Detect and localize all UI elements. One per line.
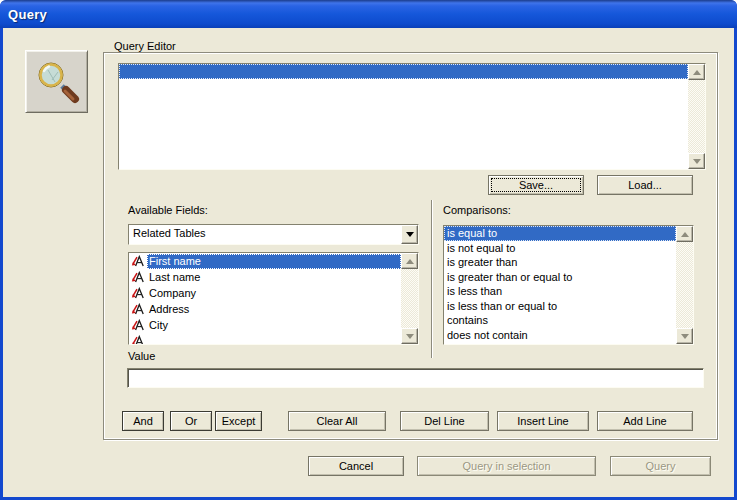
magnifier-icon (34, 58, 80, 106)
up-arrow-icon (681, 232, 689, 237)
scroll-down-button[interactable] (688, 153, 705, 169)
fields-list-scrollbar[interactable] (401, 253, 418, 344)
dialog-icon-plaque (25, 50, 88, 113)
text-field-icon (131, 287, 144, 299)
dropdown-button[interactable] (401, 225, 418, 244)
load-button[interactable]: Load... (597, 175, 693, 195)
scroll-up-button[interactable] (688, 64, 705, 80)
comparison-item[interactable]: is equal to (444, 226, 676, 241)
clear-all-button[interactable]: Clear All (288, 411, 386, 431)
text-field-icon (131, 255, 144, 267)
comparison-item[interactable]: contains (444, 313, 676, 328)
down-arrow-icon (693, 159, 701, 164)
window-title: Query (8, 7, 47, 22)
comparison-item[interactable]: is greater than (444, 255, 676, 270)
value-input[interactable] (127, 368, 704, 388)
field-list-item-partial[interactable] (129, 333, 401, 344)
field-item-label[interactable]: City (147, 318, 178, 333)
down-arrow-icon (406, 334, 414, 339)
text-field-icon (131, 319, 144, 331)
comparison-item[interactable]: is less than or equal to (444, 299, 676, 314)
chevron-down-icon (406, 232, 414, 237)
field-list-item[interactable]: Company (129, 285, 401, 301)
comparisons-scrollbar[interactable] (676, 226, 693, 344)
field-list-item[interactable]: Address (129, 301, 401, 317)
field-item-label[interactable]: Company (147, 286, 206, 301)
scroll-up-button[interactable] (676, 226, 693, 242)
query-button[interactable]: Query (610, 456, 711, 476)
cancel-button[interactable]: Cancel (308, 456, 404, 476)
dropdown-selected-value: Related Tables (129, 225, 401, 244)
value-label: Value (128, 350, 155, 362)
field-list-item[interactable]: City (129, 317, 401, 333)
or-button[interactable]: Or (170, 411, 212, 431)
except-button[interactable]: Except (215, 411, 262, 431)
text-field-icon (131, 335, 144, 344)
available-fields-list[interactable]: First name Last name Company Address Cit… (128, 252, 419, 345)
dialog-body: Query Editor Save... Load... Available F… (3, 28, 734, 497)
field-item-label[interactable]: First name (147, 254, 401, 269)
query-dialog: Query Query Editor (0, 0, 737, 500)
text-field-icon (131, 271, 144, 283)
comparisons-label: Comparisons: (443, 204, 511, 216)
up-arrow-icon (406, 259, 414, 264)
query-lines-scrollbar[interactable] (688, 64, 705, 169)
field-list-item[interactable]: First name (129, 253, 401, 269)
titlebar[interactable]: Query (0, 0, 737, 28)
scroll-up-button[interactable] (401, 253, 418, 269)
field-item-label[interactable] (147, 341, 159, 342)
comparisons-list[interactable]: is equal to is not equal to is greater t… (443, 225, 694, 345)
query-line-row-selected[interactable] (119, 64, 688, 79)
query-editor-group-label: Query Editor (110, 40, 180, 52)
text-field-icon (131, 303, 144, 315)
field-item-label[interactable]: Address (147, 302, 199, 317)
scroll-down-button[interactable] (401, 328, 418, 344)
add-line-button[interactable]: Add Line (597, 411, 693, 431)
up-arrow-icon (693, 70, 701, 75)
down-arrow-icon (681, 334, 689, 339)
column-divider (431, 200, 433, 358)
comparison-item[interactable]: is less than (444, 284, 676, 299)
comparison-item[interactable]: does not contain (444, 328, 676, 343)
query-lines-list[interactable] (118, 63, 706, 170)
scroll-down-button[interactable] (676, 328, 693, 344)
insert-line-button[interactable]: Insert Line (497, 411, 589, 431)
field-item-label[interactable]: Last name (147, 270, 210, 285)
query-lines-content[interactable] (119, 64, 688, 169)
comparisons-list-content[interactable]: is equal to is not equal to is greater t… (444, 226, 676, 344)
available-fields-label: Available Fields: (128, 204, 208, 216)
del-line-button[interactable]: Del Line (400, 411, 489, 431)
comparison-item[interactable]: is greater than or equal to (444, 270, 676, 285)
field-list-item[interactable]: Last name (129, 269, 401, 285)
comparison-item[interactable]: is not equal to (444, 241, 676, 256)
save-button[interactable]: Save... (488, 175, 584, 195)
fields-table-dropdown[interactable]: Related Tables (128, 224, 419, 245)
query-in-selection-button[interactable]: Query in selection (417, 456, 596, 476)
and-button[interactable]: And (122, 411, 164, 431)
fields-list-content[interactable]: First name Last name Company Address Cit… (129, 253, 401, 344)
